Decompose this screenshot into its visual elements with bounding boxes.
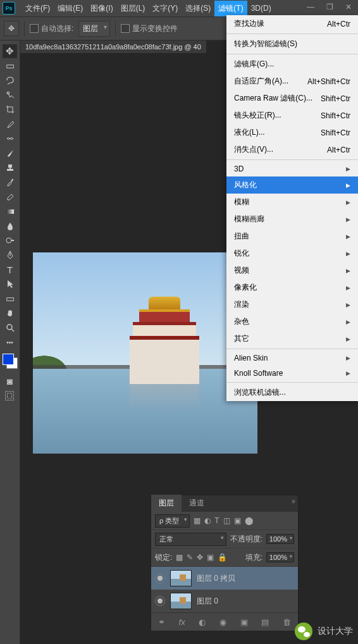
filter-adaptive-wide[interactable]: 自适应广角(A)...Alt+Shift+Ctr	[226, 73, 358, 90]
opacity-value[interactable]: 100%	[266, 534, 294, 544]
adjustment-layer-icon[interactable]: ◉	[219, 617, 226, 627]
filter-lens-correction[interactable]: 镜头校正(R)...Shift+Ctr	[226, 107, 358, 124]
menu-select[interactable]: 选择(S)	[182, 1, 214, 16]
move-tool-icon[interactable]: ✥	[4, 21, 19, 36]
menu-3d[interactable]: 3D(D)	[247, 1, 275, 15]
filter-knoll[interactable]: Knoll Software▶	[226, 366, 358, 381]
show-transform-checkbox[interactable]: 显示变换控件	[121, 23, 178, 34]
layer-name[interactable]: 图层 0 拷贝	[197, 573, 235, 584]
filter-find-edges[interactable]: 查找边缘Alt+Ctr	[226, 15, 358, 32]
fill-value[interactable]: 100%	[266, 552, 294, 562]
blur-tool[interactable]	[3, 219, 17, 233]
color-swatches[interactable]	[3, 354, 18, 369]
tab-channels[interactable]: 通道	[182, 495, 212, 512]
filter-smart-icon[interactable]: ▣	[234, 516, 241, 525]
eyedropper-tool[interactable]	[3, 117, 17, 131]
menu-type[interactable]: 文字(Y)	[149, 1, 182, 16]
filter-vanishing-point[interactable]: 消失点(V)...Alt+Ctr	[226, 141, 358, 158]
path-select-tool[interactable]	[3, 277, 17, 291]
menu-image[interactable]: 图像(I)	[87, 1, 116, 16]
filter-stylize[interactable]: 风格化▶	[226, 176, 358, 194]
filter-shape-icon[interactable]: ◫	[223, 516, 230, 525]
lock-position-icon[interactable]: ✥	[197, 553, 203, 562]
layer-row[interactable]: 图层 0 拷贝	[151, 567, 298, 590]
filter-type-icon[interactable]: T	[214, 516, 219, 525]
tab-layers[interactable]: 图层	[151, 495, 182, 512]
move-tool[interactable]: ✥	[3, 44, 17, 58]
filter-gallery[interactable]: 滤镜库(G)...	[226, 56, 358, 73]
filter-camera-raw[interactable]: Camera Raw 滤镜(C)...Shift+Ctr	[226, 90, 358, 107]
show-transform-label: 显示变换控件	[132, 23, 178, 34]
type-tool[interactable]: T	[3, 263, 17, 276]
separator	[115, 21, 116, 36]
lasso-tool[interactable]	[3, 73, 17, 87]
zoom-tool[interactable]	[3, 321, 17, 335]
filter-liquify[interactable]: 液化(L)...Shift+Ctr	[226, 124, 358, 141]
brush-tool[interactable]	[3, 146, 17, 160]
filter-dropdown-menu: 查找边缘Alt+Ctr 转换为智能滤镜(S) 滤镜库(G)... 自适应广角(A…	[226, 15, 358, 401]
eraser-tool[interactable]	[3, 190, 17, 204]
filter-blur-gallery[interactable]: 模糊画廊▶	[226, 211, 358, 228]
layer-thumbnail[interactable]	[170, 593, 192, 609]
filter-browse-online[interactable]: 浏览联机滤镜...	[226, 384, 358, 401]
layer-row[interactable]: 图层 0	[151, 590, 298, 612]
lock-artboard-icon[interactable]: ▣	[207, 553, 214, 562]
gradient-tool[interactable]	[3, 204, 17, 218]
filter-pixelate[interactable]: 像素化▶	[226, 279, 358, 296]
hand-tool[interactable]	[3, 306, 17, 320]
pen-tool[interactable]	[3, 248, 17, 262]
layer-name[interactable]: 图层 0	[197, 596, 218, 607]
visibility-toggle[interactable]	[155, 573, 165, 583]
menu-edit[interactable]: 编辑(E)	[54, 1, 87, 16]
screen-mode-icon[interactable]: ⿴	[3, 388, 17, 402]
layer-mask-icon[interactable]: ◐	[199, 617, 206, 627]
visibility-toggle[interactable]	[155, 596, 165, 606]
lock-paint-icon[interactable]: ✎	[187, 553, 193, 562]
close-button[interactable]: ✕	[339, 0, 358, 14]
stamp-tool[interactable]	[3, 161, 17, 175]
menu-layer[interactable]: 图层(L)	[117, 1, 149, 16]
filter-pixel-icon[interactable]: ▦	[194, 516, 201, 525]
edit-toolbar-icon[interactable]: •••	[3, 335, 17, 349]
filter-adjust-icon[interactable]: ◐	[204, 516, 211, 525]
auto-select-checkbox[interactable]: 自动选择:	[30, 23, 73, 34]
filter-distort[interactable]: 扭曲▶	[226, 228, 358, 245]
document-tab[interactable]: 10dfa9ec8a13632751211a0a9a8fa0ec08fac73f…	[20, 40, 206, 54]
marquee-tool[interactable]: ▭	[3, 59, 17, 73]
filter-convert-smart[interactable]: 转换为智能滤镜(S)	[226, 35, 358, 53]
lock-pixels-icon[interactable]: ▩	[176, 553, 183, 562]
panel-menu-icon[interactable]: ≡	[292, 498, 295, 505]
history-brush-tool[interactable]	[3, 175, 17, 189]
checkbox-box	[30, 24, 39, 33]
filter-blur[interactable]: 模糊▶	[226, 194, 358, 211]
delete-layer-icon[interactable]: 🗑	[283, 617, 291, 627]
foreground-color[interactable]	[3, 354, 14, 365]
layer-thumbnail[interactable]	[170, 570, 192, 586]
crop-tool[interactable]	[3, 102, 17, 116]
filter-other[interactable]: 其它▶	[226, 330, 358, 347]
lock-all-icon[interactable]: 🔒	[218, 553, 227, 562]
new-layer-icon[interactable]: ▤	[261, 617, 269, 627]
minimize-button[interactable]: —	[301, 0, 320, 14]
healing-tool[interactable]	[3, 132, 17, 146]
link-layers-icon[interactable]: ⚭	[158, 617, 165, 627]
menu-filter[interactable]: 滤镜(T)	[214, 1, 247, 16]
group-icon[interactable]: ▣	[240, 617, 248, 627]
filter-noise[interactable]: 杂色▶	[226, 313, 358, 330]
filter-video[interactable]: 视频▶	[226, 262, 358, 279]
blend-mode-select[interactable]: 正常	[155, 533, 226, 546]
rectangle-tool[interactable]: ▭	[3, 292, 17, 306]
restore-button[interactable]: ❐	[320, 0, 339, 14]
filter-render[interactable]: 渲染▶	[226, 296, 358, 313]
filter-sharpen[interactable]: 锐化▶	[226, 245, 358, 262]
menu-file[interactable]: 文件(F)	[22, 1, 54, 16]
filter-alien-skin[interactable]: Alien Skin▶	[226, 350, 358, 366]
layer-fx-icon[interactable]: fx	[179, 617, 185, 627]
auto-select-target[interactable]: 图层	[78, 21, 110, 37]
filter-kind-select[interactable]: ρ 类型	[155, 514, 190, 528]
quick-mask-icon[interactable]: ◙	[3, 374, 17, 388]
filter-3d[interactable]: 3D▶	[226, 161, 358, 176]
dodge-tool[interactable]	[3, 233, 17, 247]
filter-toggle-icon[interactable]: ⬤	[245, 516, 253, 525]
quick-select-tool[interactable]	[3, 88, 17, 102]
